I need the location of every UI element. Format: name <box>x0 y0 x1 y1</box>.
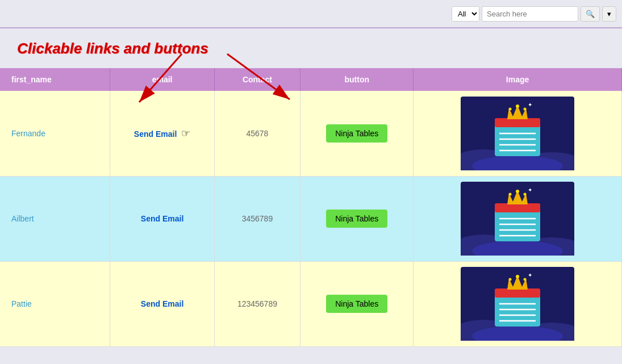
table-header-row: first_name email Contact button Image <box>0 68 622 91</box>
cell-contact-3: 123456789 <box>214 261 300 346</box>
cell-button-1: Ninja Tables <box>300 91 414 176</box>
annotation-title: Clickable links and buttons <box>17 40 208 57</box>
ninja-tables-logo-1: ✦ <box>461 97 574 170</box>
col-header-email: email <box>110 68 214 91</box>
cell-image-3: ✦ <box>414 261 622 346</box>
col-header-button: button <box>300 68 414 91</box>
header-bar: All 🔍 ▾ <box>0 0 622 28</box>
send-email-link-3[interactable]: Send Email <box>141 299 183 308</box>
svg-point-30 <box>509 193 512 196</box>
col-header-firstname: first_name <box>0 68 110 91</box>
search-input[interactable] <box>482 6 578 22</box>
svg-text:✦: ✦ <box>528 102 532 108</box>
send-email-link-1[interactable]: Send Email <box>134 129 179 139</box>
table-row: Fernande Send Email ☞ 45678 Ninja Tables <box>0 91 622 176</box>
table-row: Pattie Send Email 123456789 Ninja Tables <box>0 261 622 346</box>
cell-contact-1: 45678 <box>214 91 300 176</box>
cell-button-2: Ninja Tables <box>300 176 414 261</box>
svg-point-16 <box>524 107 527 110</box>
cell-firstname-2: Ailbert <box>0 176 110 261</box>
svg-rect-23 <box>495 203 540 212</box>
svg-rect-38 <box>495 288 540 298</box>
main-table: first_name email Contact button Image <box>0 68 622 347</box>
cell-email-3: Send Email <box>110 261 214 346</box>
ninja-tables-button-3[interactable]: Ninja Tables <box>326 295 387 313</box>
ninja-tables-logo-3: ✦ <box>461 267 574 341</box>
svg-text:✦: ✦ <box>528 272 532 278</box>
filter-wrapper: All <box>452 6 479 22</box>
svg-point-14 <box>516 104 519 108</box>
svg-point-45 <box>509 278 512 281</box>
table-row: Ailbert Send Email 3456789 Ninja Tables <box>0 176 622 261</box>
svg-point-15 <box>509 107 512 110</box>
table-container: first_name email Contact button Image <box>0 68 622 347</box>
cell-image-1: ✦ <box>414 91 622 176</box>
ninja-tables-button-2[interactable]: Ninja Tables <box>326 210 387 228</box>
search-icon: 🔍 <box>586 10 595 18</box>
svg-rect-8 <box>495 118 540 127</box>
search-button[interactable]: 🔍 <box>581 6 600 22</box>
svg-point-29 <box>516 190 519 193</box>
cell-firstname-1: Fernande <box>0 91 110 176</box>
dropdown-button[interactable]: ▾ <box>602 6 616 22</box>
col-header-contact: Contact <box>214 68 300 91</box>
cell-email-1: Send Email ☞ <box>110 91 214 176</box>
annotation-area: Clickable links and buttons <box>0 28 622 68</box>
cell-firstname-3: Pattie <box>0 261 110 346</box>
svg-point-44 <box>516 275 519 278</box>
cell-contact-2: 3456789 <box>214 176 300 261</box>
cursor-icon: ☞ <box>181 127 190 140</box>
send-email-link-2[interactable]: Send Email <box>141 214 183 223</box>
cell-image-2: ✦ <box>414 176 622 261</box>
chevron-down-icon: ▾ <box>607 10 611 18</box>
svg-text:✦: ✦ <box>528 187 532 193</box>
ninja-tables-logo-2: ✦ <box>461 182 574 256</box>
filter-select[interactable]: All <box>452 7 479 21</box>
svg-point-46 <box>524 278 527 281</box>
svg-point-31 <box>524 193 527 196</box>
cell-email-2: Send Email <box>110 176 214 261</box>
ninja-tables-button-1[interactable]: Ninja Tables <box>326 124 387 143</box>
cell-button-3: Ninja Tables <box>300 261 414 346</box>
col-header-image: Image <box>414 68 622 91</box>
